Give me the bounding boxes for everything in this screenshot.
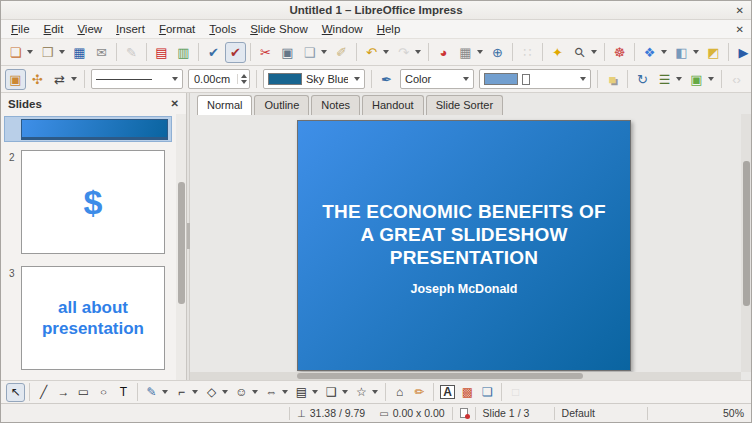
tab-outline[interactable]: Outline [254,95,309,115]
dropdown-caret[interactable] [477,50,483,54]
arrow-style-icon[interactable]: ⇄ [49,69,70,90]
hyperlink-icon[interactable]: ⊕ [487,42,508,63]
area-style-select[interactable]: Color [400,69,474,89]
points-icon[interactable]: ⌂ [390,383,409,402]
modified-indicator-icon[interactable] [460,408,468,418]
stepper-arrows[interactable] [237,74,247,84]
clone-formatting-icon[interactable]: ✐ [331,42,352,63]
curve-icon[interactable]: ✎ [142,383,161,402]
shadow-icon[interactable]: ■ [602,69,623,90]
dropdown-caret[interactable] [708,77,714,81]
align-objects-icon[interactable]: ☰ [654,69,675,90]
rotate-icon[interactable]: ↻ [632,69,653,90]
dropdown-caret[interactable] [463,77,469,81]
callout-shapes-icon[interactable]: ❑ [322,383,341,402]
tab-slide-sorter[interactable]: Slide Sorter [426,95,503,115]
dropdown-caret[interactable] [222,390,228,394]
dropdown-caret[interactable] [661,50,667,54]
line-color-select[interactable]: Sky Blue [263,69,365,89]
dropdown-caret[interactable] [372,390,378,394]
slide-canvas[interactable]: THE ECONOMIC BENEFITS OF A GREAT SLIDESH… [297,120,631,371]
dropdown-caret[interactable] [312,390,318,394]
dropdown-caret[interactable] [693,50,699,54]
document-modified-field[interactable] [453,408,475,418]
dropdown-caret[interactable] [59,50,65,54]
dropdown-caret[interactable] [282,390,288,394]
basic-shapes-icon[interactable]: ◇ [202,383,221,402]
menu-item-format[interactable]: Format [152,21,202,37]
start-slideshow-icon[interactable]: ▶ [733,42,752,63]
dropdown-caret[interactable] [27,50,33,54]
slides-panel-scrollbar-thumb[interactable] [178,182,185,304]
slide-layout-icon[interactable]: ◧ [671,42,692,63]
dropdown-caret[interactable] [580,77,586,81]
zoom-icon[interactable]: ⚲ [569,42,590,63]
dropdown-caret[interactable] [252,390,258,394]
rectangle-icon[interactable]: ▭ [74,383,93,402]
vertical-scrollbar-thumb[interactable] [743,161,750,306]
insert-table-icon[interactable]: ▦ [455,42,476,63]
symbol-shapes-icon[interactable]: ☺ [232,383,251,402]
edit-points-icon[interactable]: ▣ [5,69,26,90]
slide-title-text[interactable]: THE ECONOMIC BENEFITS OF A GREAT SLIDESH… [316,201,612,269]
paste-icon[interactable]: ❑ [299,42,320,63]
close-document-icon[interactable]: ✕ [736,24,744,35]
save-icon[interactable]: ▦ [69,42,90,63]
line-arrow-icon[interactable]: → [54,383,73,402]
fill-style-icon[interactable]: ✒ [376,69,397,90]
glue-points-tool-icon[interactable]: ✏ [410,383,429,402]
dropdown-caret[interactable] [192,390,198,394]
dropdown-caret[interactable] [591,50,597,54]
new-slide-icon[interactable]: ❖ [639,42,660,63]
slides-panel-scrollbar-track[interactable] [176,114,186,380]
select-icon[interactable]: ↖ [6,383,25,402]
slide1-thumbnail[interactable] [21,119,168,140]
menu-item-edit[interactable]: Edit [37,21,71,37]
email-icon[interactable]: ✉ [91,42,112,63]
dropdown-caret[interactable] [354,77,360,81]
copy-icon[interactable]: ▣ [277,42,298,63]
menu-item-view[interactable]: View [70,21,109,37]
insert-chart-icon[interactable]: ◕ [433,42,454,63]
tab-handout[interactable]: Handout [362,95,424,115]
block-arrows-icon[interactable]: ⇔ [262,383,281,402]
ellipse-icon[interactable]: ○ [94,383,113,402]
dropdown-caret[interactable] [162,390,168,394]
line-style-select[interactable] [91,69,183,89]
menu-item-file[interactable]: File [4,21,37,37]
arrange-objects-icon[interactable]: ▣ [686,69,707,90]
connector-icon[interactable]: ⌐ [172,383,191,402]
tab-notes[interactable]: Notes [311,95,360,115]
cut-icon[interactable]: ✂ [255,42,276,63]
glue-points-icon[interactable]: ✣ [27,69,48,90]
dropdown-caret[interactable] [676,77,682,81]
open-folder-icon[interactable]: ❒ [37,42,58,63]
dropdown-caret[interactable] [415,50,421,54]
help-icon[interactable]: ☸ [609,42,630,63]
text-box-icon[interactable]: T [114,383,133,402]
dropdown-caret[interactable] [383,50,389,54]
zoom-level[interactable]: 50% [716,407,751,419]
vertical-scrollbar-track[interactable] [741,114,751,372]
slide-1-selected-row[interactable] [4,116,172,142]
menu-item-window[interactable]: Window [315,21,370,37]
dropdown-caret[interactable] [321,50,327,54]
navigator-icon[interactable]: ✦ [547,42,568,63]
star-shapes-icon[interactable]: ☆ [352,383,371,402]
tab-normal[interactable]: Normal [197,95,252,115]
undo-icon[interactable]: ↶ [361,42,382,63]
auto-spellcheck-icon[interactable]: ✔ [225,42,246,63]
master-slide-icon[interactable]: ◩ [703,42,724,63]
line-icon[interactable]: ╱ [34,383,53,402]
slide-indicator[interactable]: Slide 1 / 3 [476,407,554,419]
new-document-icon[interactable]: ❏ [5,42,26,63]
menu-item-slide-show[interactable]: Slide Show [243,21,315,37]
print-icon[interactable]: ▥ [173,42,194,63]
menu-item-insert[interactable]: Insert [109,21,152,37]
menu-item-help[interactable]: Help [370,21,408,37]
horizontal-scrollbar-track[interactable] [190,372,741,380]
slide-3-thumbnail[interactable]: all about presentation [21,266,165,370]
dropdown-caret[interactable] [172,77,178,81]
slides-panel-close-icon[interactable]: ✕ [171,98,179,109]
slide-subtitle-text[interactable]: Joseph McDonald [298,282,630,296]
